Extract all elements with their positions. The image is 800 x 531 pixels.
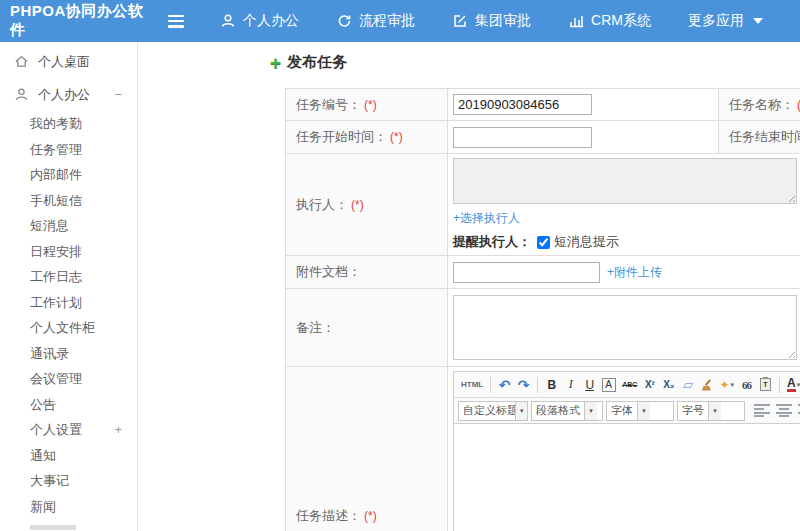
- caret-down-icon: ▾: [797, 381, 800, 389]
- sidebar-item-label: 内部邮件: [30, 162, 82, 188]
- sms-remind-label: 短消息提示: [554, 233, 619, 251]
- attachment-cell: +附件上传: [448, 256, 800, 289]
- align-left-icon[interactable]: [754, 404, 770, 417]
- sidebar-item-internal-mail[interactable]: 内部邮件: [0, 162, 137, 188]
- nav-label: 流程审批: [359, 12, 415, 30]
- user-icon: [14, 87, 29, 102]
- sidebar-item-label: 通知: [30, 443, 56, 469]
- sidebar-item-mobile-sms[interactable]: 手机短信: [0, 188, 137, 214]
- collapse-icon[interactable]: −: [114, 87, 122, 102]
- strikethrough-button[interactable]: ABC: [620, 375, 639, 395]
- sidebar-item-partial: [30, 525, 76, 530]
- choose-executor-link[interactable]: +选择执行人: [453, 211, 520, 225]
- nav-personal-office[interactable]: 个人办公: [220, 12, 299, 30]
- sidebar-item-personal-office[interactable]: 个人办公 −: [0, 78, 137, 111]
- custom-title-select[interactable]: 自定义标题▾: [458, 401, 528, 421]
- expand-icon[interactable]: +: [114, 417, 122, 443]
- sidebar-item-label: 个人桌面: [38, 53, 90, 71]
- remind-executor-label: 提醒执行人：: [453, 233, 531, 251]
- magic-format-icon[interactable]: ✦▾: [717, 375, 736, 395]
- html-source-button[interactable]: HTML: [459, 375, 485, 395]
- app-logo: PHPOA协同办公软件: [0, 2, 156, 40]
- nav-label: 个人办公: [243, 12, 299, 30]
- task-no-input[interactable]: [453, 94, 592, 115]
- start-time-input[interactable]: [453, 127, 592, 148]
- caret-down-icon: ▾: [515, 402, 527, 420]
- caret-down-icon: ▾: [730, 381, 734, 389]
- blockquote-button[interactable]: 66: [738, 375, 755, 395]
- align-center-icon[interactable]: [776, 404, 792, 417]
- upload-attachment-link[interactable]: +附件上传: [607, 264, 662, 281]
- nav-group-approval[interactable]: 集团审批: [452, 12, 531, 30]
- nav-workflow-approval[interactable]: 流程审批: [336, 12, 415, 30]
- required-mark: (*): [351, 198, 364, 212]
- bold-button[interactable]: B: [543, 375, 560, 395]
- required-mark: (*): [390, 130, 403, 144]
- table-row: 执行人：(*) +选择执行人 提醒执行人： 短消息提示: [286, 154, 800, 256]
- sidebar-item-label: 新闻: [30, 494, 56, 520]
- remark-label: 备注：: [286, 289, 448, 367]
- page-title: + 发布任务: [270, 53, 347, 72]
- sidebar-item-label: 工作计划: [30, 290, 82, 316]
- paragraph-format-select[interactable]: 段落格式▾: [531, 401, 603, 421]
- paste-icon[interactable]: T: [757, 375, 774, 395]
- sidebar-item-personal-settings[interactable]: 个人设置 +: [0, 417, 137, 443]
- underline-button[interactable]: U: [581, 375, 598, 395]
- remark-cell: [448, 289, 800, 367]
- home-icon: [14, 54, 29, 69]
- sidebar-item-label: 个人办公: [38, 86, 90, 104]
- sidebar-item-task-management[interactable]: 任务管理: [0, 137, 137, 163]
- sidebar-item-news[interactable]: 新闻: [0, 494, 137, 520]
- sidebar-item-events[interactable]: 大事记: [0, 468, 137, 494]
- sidebar-item-schedule[interactable]: 日程安排: [0, 239, 137, 265]
- table-row: 任务编号：(*) 任务名称：(*): [286, 89, 800, 121]
- font-size-select[interactable]: 字号▾: [677, 401, 745, 421]
- autotypeset-button[interactable]: A: [600, 375, 618, 395]
- superscript-button[interactable]: X²: [641, 375, 658, 395]
- executor-label: 执行人：(*): [286, 154, 448, 256]
- redo-icon[interactable]: ↷: [515, 375, 532, 395]
- nav-more-apps[interactable]: 更多应用: [688, 12, 763, 30]
- flow-icon: [336, 13, 352, 29]
- required-mark: (*): [364, 98, 377, 112]
- top-nav: 个人办公 流程审批 集团审批 CRM系统 更多应用: [220, 12, 800, 30]
- sidebar-item-contacts[interactable]: 通讯录: [0, 341, 137, 367]
- toolbar-separator: [779, 377, 780, 393]
- font-color-button[interactable]: A▾: [785, 375, 800, 395]
- sidebar-item-label: 手机短信: [30, 188, 82, 214]
- nav-crm-system[interactable]: CRM系统: [568, 12, 651, 30]
- caret-down-icon: ▾: [637, 402, 650, 420]
- remark-textarea[interactable]: [453, 295, 797, 360]
- caret-down-icon: ▾: [708, 402, 721, 420]
- table-row: 任务描述：(*) HTML ↶ ↷ B I U A ABC: [286, 367, 800, 531]
- attachment-input[interactable]: [453, 262, 600, 283]
- editor-content-area[interactable]: [454, 424, 800, 531]
- sidebar-item-personal-desktop[interactable]: 个人桌面: [0, 45, 137, 78]
- description-label: 任务描述：(*): [286, 367, 448, 531]
- nav-label: CRM系统: [591, 12, 651, 30]
- sidebar-item-work-plan[interactable]: 工作计划: [0, 290, 137, 316]
- eraser-icon[interactable]: ▱: [679, 375, 696, 395]
- undo-icon[interactable]: ↶: [496, 375, 513, 395]
- sidebar-item-work-log[interactable]: 工作日志: [0, 264, 137, 290]
- sms-remind-checkbox[interactable]: [537, 236, 550, 249]
- sidebar-item-label: 大事记: [30, 468, 69, 494]
- align-buttons: [754, 404, 800, 417]
- format-brush-icon[interactable]: [698, 375, 715, 395]
- font-family-select[interactable]: 字体▾: [606, 401, 674, 421]
- executor-textarea[interactable]: [453, 158, 797, 204]
- nav-label: 更多应用: [688, 12, 744, 30]
- sidebar-item-announcement[interactable]: 公告: [0, 392, 137, 418]
- sidebar-item-short-message[interactable]: 短消息: [0, 213, 137, 239]
- caret-down-icon: [753, 18, 763, 24]
- subscript-button[interactable]: X₂: [660, 375, 677, 395]
- required-mark: (*): [364, 509, 377, 523]
- italic-button[interactable]: I: [562, 375, 579, 395]
- sidebar-item-my-attendance[interactable]: 我的考勤: [0, 111, 137, 137]
- sidebar-item-label: 我的考勤: [30, 111, 82, 137]
- sidebar-item-notice[interactable]: 通知: [0, 443, 137, 469]
- sidebar-item-meeting-management[interactable]: 会议管理: [0, 366, 137, 392]
- hamburger-menu-icon[interactable]: [168, 15, 184, 28]
- sidebar-item-label: 会议管理: [30, 366, 82, 392]
- sidebar-item-personal-files[interactable]: 个人文件柜: [0, 315, 137, 341]
